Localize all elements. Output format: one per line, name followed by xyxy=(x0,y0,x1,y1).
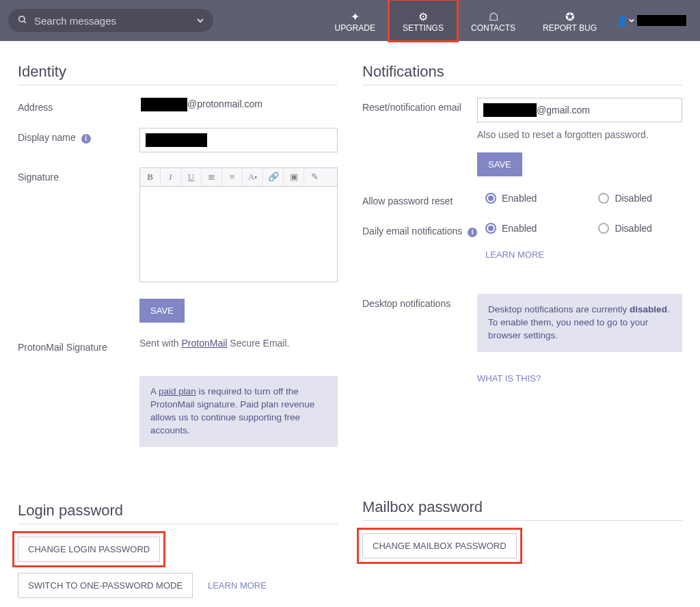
divider xyxy=(18,524,338,524)
enabled-label: Enabled xyxy=(502,223,537,234)
pm-signature-label: ProtonMail Signature xyxy=(18,338,139,353)
highlight-frame: CHANGE LOGIN PASSWORD xyxy=(18,537,160,562)
content: Identity Address @protonmail.com Display… xyxy=(0,41,700,607)
learn-more-link[interactable]: LEARN MORE xyxy=(208,580,267,591)
radio-off-icon xyxy=(598,193,609,204)
signature-row: Signature B I U ≣ ≡ A▾ 🔗 ▣ ✎ SAVE xyxy=(18,167,338,323)
font-button[interactable]: A▾ xyxy=(243,168,263,186)
radio-on-icon xyxy=(485,193,496,204)
svg-line-1 xyxy=(24,21,26,23)
user-icon: 👤 xyxy=(616,15,628,26)
change-login-password-button[interactable]: CHANGE LOGIN PASSWORD xyxy=(18,537,160,562)
nav-label: REPORT BUG xyxy=(543,23,597,33)
ol-button[interactable]: ≡ xyxy=(222,168,243,186)
nav-label: SETTINGS xyxy=(403,23,444,33)
reset-email-hint: Also used to reset a forgotten password. xyxy=(477,129,682,140)
pm-sig-suffix: Secure Email. xyxy=(227,338,289,349)
daily-disabled-radio[interactable]: Disabled xyxy=(598,223,651,234)
search-input[interactable] xyxy=(33,14,183,27)
divider xyxy=(362,85,682,85)
daily-notif-row: Daily email notifications i Enabled Disa… xyxy=(362,221,682,260)
address-row: Address @protonmail.com xyxy=(18,98,338,113)
reset-email-domain: @gmail.com xyxy=(537,105,590,116)
desktop-info-b: disabled xyxy=(630,304,667,314)
radio-off-icon xyxy=(598,223,609,234)
learn-more-link[interactable]: LEARN MORE xyxy=(485,249,544,260)
svg-point-0 xyxy=(19,16,25,21)
desktop-notif-label: Desktop notifications xyxy=(362,294,477,309)
login-password-title: Login password xyxy=(18,502,338,520)
nav-contacts[interactable]: ☖ CONTACTS xyxy=(457,0,529,41)
plan-notice-1: A xyxy=(150,386,159,396)
bug-icon: ✪ xyxy=(565,10,574,23)
allow-reset-label: Allow password reset xyxy=(362,191,485,206)
identity-title: Identity xyxy=(18,63,338,81)
signature-label: Signature xyxy=(18,167,139,183)
upgrade-icon: ✦ xyxy=(351,10,360,23)
paid-plan-link[interactable]: paid plan xyxy=(159,386,196,396)
user-name-redacted xyxy=(637,15,686,26)
save-notifications-button[interactable]: SAVE xyxy=(477,152,522,176)
left-column: Identity Address @protonmail.com Display… xyxy=(18,55,338,598)
allow-reset-disabled-radio[interactable]: Disabled xyxy=(598,193,651,204)
reset-email-row: Reset/notification email @gmail.com Also… xyxy=(362,98,682,176)
ul-button[interactable]: ≣ xyxy=(202,168,222,186)
display-name-label-text: Display name xyxy=(18,132,76,143)
disabled-label: Disabled xyxy=(615,193,651,204)
pm-signature-row: ProtonMail Signature Sent with ProtonMai… xyxy=(18,338,338,447)
daily-notif-label-text: Daily email notifications xyxy=(362,226,462,237)
reset-email-label: Reset/notification email xyxy=(362,98,477,113)
highlight-frame: CHANGE MAILBOX PASSWORD xyxy=(362,533,517,558)
info-icon[interactable]: i xyxy=(81,134,91,144)
desktop-info-a: Desktop notifications are currently xyxy=(488,304,630,314)
chevron-down-icon[interactable] xyxy=(197,15,204,26)
user-menu[interactable]: 👤 xyxy=(610,0,692,41)
switch-password-mode-button[interactable]: SWITCH TO ONE-PASSWORD MODE xyxy=(18,573,193,598)
divider xyxy=(362,520,682,521)
notifications-title: Notifications xyxy=(362,63,682,81)
signature-editor[interactable] xyxy=(139,187,338,282)
font-icon: A xyxy=(248,172,254,183)
reset-email-redacted xyxy=(483,103,537,117)
right-column: Notifications Reset/notification email @… xyxy=(362,55,682,598)
pm-sig-prefix: Sent with xyxy=(139,338,181,349)
top-nav: ✦ UPGRADE ⚙ SETTINGS ☖ CONTACTS ✪ REPORT… xyxy=(321,0,692,41)
gear-icon: ⚙ xyxy=(418,10,428,23)
protonmail-link[interactable]: ProtonMail xyxy=(181,338,227,349)
underline-button[interactable]: U xyxy=(181,168,202,186)
display-name-label: Display name i xyxy=(18,128,139,144)
allow-reset-row: Allow password reset Enabled Disabled xyxy=(362,191,682,206)
daily-enabled-radio[interactable]: Enabled xyxy=(485,223,537,234)
desktop-notif-row: Desktop notifications Desktop notificati… xyxy=(362,294,682,383)
nav-report-bug[interactable]: ✪ REPORT BUG xyxy=(529,0,610,41)
search-icon xyxy=(18,15,27,27)
radio-on-icon xyxy=(485,223,496,234)
reset-email-input[interactable]: @gmail.com xyxy=(477,98,682,122)
link-button[interactable]: 🔗 xyxy=(263,168,284,186)
clear-button[interactable]: ✎ xyxy=(304,168,325,186)
pm-signature-text: Sent with ProtonMail Secure Email. xyxy=(139,338,338,349)
allow-reset-enabled-radio[interactable]: Enabled xyxy=(485,193,537,204)
top-bar: ✦ UPGRADE ⚙ SETTINGS ☖ CONTACTS ✪ REPORT… xyxy=(0,0,700,41)
image-button[interactable]: ▣ xyxy=(284,168,304,186)
daily-notif-label: Daily email notifications i xyxy=(362,221,485,237)
change-mailbox-password-button[interactable]: CHANGE MAILBOX PASSWORD xyxy=(362,533,517,558)
nav-upgrade[interactable]: ✦ UPGRADE xyxy=(321,0,389,41)
contacts-icon: ☖ xyxy=(489,10,498,23)
address-redacted xyxy=(141,98,187,111)
save-identity-button[interactable]: SAVE xyxy=(139,299,185,323)
bold-button[interactable]: B xyxy=(140,168,161,186)
nav-settings[interactable]: ⚙ SETTINGS xyxy=(389,0,457,41)
divider xyxy=(18,85,338,85)
signature-toolbar: B I U ≣ ≡ A▾ 🔗 ▣ ✎ xyxy=(139,167,338,187)
address-value: @protonmail.com xyxy=(141,98,338,111)
display-name-input[interactable] xyxy=(139,128,338,152)
enabled-label: Enabled xyxy=(502,193,537,204)
what-is-this-link[interactable]: WHAT IS THIS? xyxy=(477,373,541,383)
info-icon[interactable]: i xyxy=(468,228,477,237)
search-box[interactable] xyxy=(8,9,213,32)
italic-button[interactable]: I xyxy=(161,168,181,186)
mailbox-password-title: Mailbox password xyxy=(362,498,682,516)
address-label: Address xyxy=(18,98,141,113)
nav-label: CONTACTS xyxy=(471,23,515,33)
